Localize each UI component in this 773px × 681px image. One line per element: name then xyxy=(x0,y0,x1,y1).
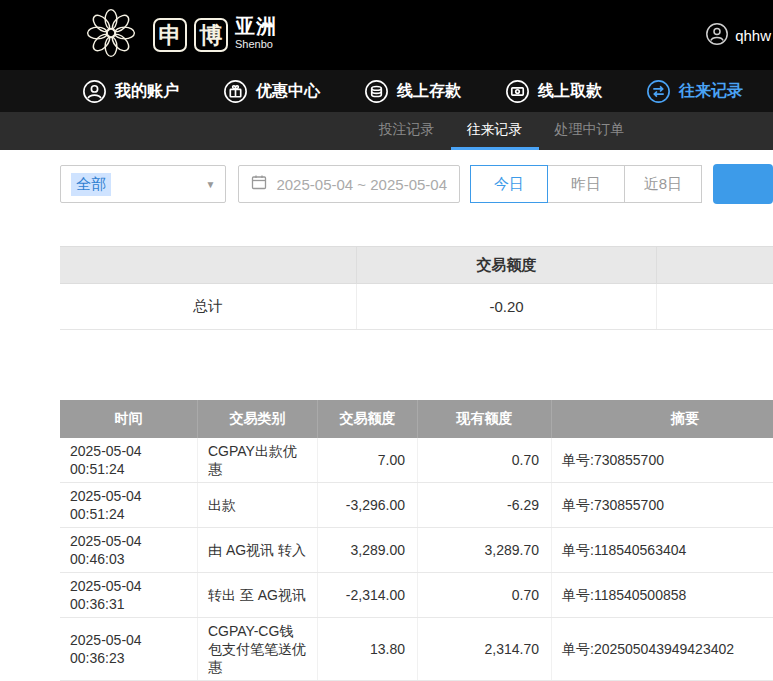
logo-char-2: 博 xyxy=(194,18,228,52)
logo-subtitle: Shenbo xyxy=(235,37,277,51)
top-header: 申 博 亚洲 Shenbo qhhw xyxy=(0,0,773,70)
brand-logo[interactable]: 申 博 亚洲 Shenbo xyxy=(84,6,277,64)
chevron-down-icon: ▼ xyxy=(206,179,216,190)
quick-date-buttons: 今日 昨日 近8日 xyxy=(470,165,702,203)
cell-time: 2025-05-04 00:36:23 xyxy=(60,618,198,680)
col-header-amount: 交易额度 xyxy=(318,400,418,438)
flower-logo-icon xyxy=(84,6,138,64)
date-range-picker[interactable]: 2025-05-04 ~ 2025-05-04 xyxy=(238,165,460,203)
search-button[interactable] xyxy=(713,164,773,204)
table-row: 2025-05-04 00:46:03 由 AG视讯 转入 3,289.00 3… xyxy=(60,528,773,573)
cell-summary: 单号:730855700 xyxy=(552,438,773,482)
transfer-arrows-icon xyxy=(646,79,671,104)
summary-table: 交易额度 总计 -0.20 xyxy=(60,246,773,330)
nav-item-online-deposit[interactable]: 线上存款 xyxy=(364,79,461,104)
user-avatar-icon xyxy=(705,22,729,49)
account-icon xyxy=(82,79,107,104)
cell-type: CGPAY-CG钱包支付笔笔送优惠 xyxy=(198,618,318,680)
tab-processing-orders[interactable]: 处理中订单 xyxy=(539,112,641,150)
deposit-coins-icon xyxy=(364,79,389,104)
logo-suffix: 亚洲 Shenbo xyxy=(235,15,277,55)
nav-item-transaction-records[interactable]: 往来记录 xyxy=(646,79,743,104)
yesterday-button[interactable]: 昨日 xyxy=(547,165,625,203)
cell-balance: 2,314.70 xyxy=(418,618,552,680)
username: qhhw xyxy=(735,27,771,44)
cell-type: 出款 xyxy=(198,483,318,527)
summary-spacer-cell xyxy=(657,284,773,329)
filter-row: 全部 ▼ 2025-05-04 ~ 2025-05-04 今日 昨日 近8日 xyxy=(60,164,773,204)
summary-header-amount: 交易额度 xyxy=(357,247,657,283)
nav-item-my-account[interactable]: 我的账户 xyxy=(82,79,179,104)
date-range-value: 2025-05-04 ~ 2025-05-04 xyxy=(276,176,447,193)
user-account[interactable]: qhhw xyxy=(705,0,771,70)
withdraw-banknote-icon xyxy=(505,79,530,104)
records-table-header: 时间 交易类别 交易额度 现有额度 摘要 xyxy=(60,400,773,438)
nav-item-label: 线上存款 xyxy=(397,81,461,102)
summary-total-label: 总计 xyxy=(60,284,357,329)
cell-balance: -6.29 xyxy=(418,483,552,527)
tab-transaction-records[interactable]: 往来记录 xyxy=(451,112,539,150)
col-header-summary: 摘要 xyxy=(552,400,773,438)
cell-amount: 3,289.00 xyxy=(318,528,418,572)
nav-item-label: 优惠中心 xyxy=(256,81,320,102)
cell-summary: 单号:118540500858 xyxy=(552,573,773,617)
cell-type: CGPAY出款优惠 xyxy=(198,438,318,482)
col-header-time: 时间 xyxy=(60,400,198,438)
cell-balance: 3,289.70 xyxy=(418,528,552,572)
summary-table-header: 交易额度 xyxy=(60,246,773,284)
logo-suffix-zh: 亚洲 xyxy=(235,15,277,37)
type-dropdown[interactable]: 全部 ▼ xyxy=(60,165,226,203)
cell-summary: 单号:202505043949423402 xyxy=(552,618,773,680)
cell-type: 由 AG视讯 转入 xyxy=(198,528,318,572)
type-dropdown-value: 全部 xyxy=(71,173,111,196)
tab-betting-records[interactable]: 投注记录 xyxy=(363,112,451,150)
cell-summary: 单号:118540563404 xyxy=(552,528,773,572)
calendar-icon xyxy=(251,174,267,194)
nav-item-online-withdraw[interactable]: 线上取款 xyxy=(505,79,602,104)
cell-amount: -2,314.00 xyxy=(318,573,418,617)
cell-type: 转出 至 AG视讯 xyxy=(198,573,318,617)
summary-total-value: -0.20 xyxy=(357,284,657,329)
cell-amount: 13.80 xyxy=(318,618,418,680)
table-row: 2025-05-04 00:51:24 出款 -3,296.00 -6.29 单… xyxy=(60,483,773,528)
logo-char-1: 申 xyxy=(153,18,187,52)
cell-time: 2025-05-04 00:36:31 xyxy=(60,573,198,617)
nav-item-label: 我的账户 xyxy=(115,81,179,102)
table-row: 2025-05-04 00:36:23 CGPAY-CG钱包支付笔笔送优惠 13… xyxy=(60,618,773,681)
col-header-type: 交易类别 xyxy=(198,400,318,438)
records-table: 时间 交易类别 交易额度 现有额度 摘要 2025-05-04 00:51:24… xyxy=(60,400,773,681)
nav-item-promo-center[interactable]: 优惠中心 xyxy=(223,79,320,104)
table-row: 2025-05-04 00:36:31 转出 至 AG视讯 -2,314.00 … xyxy=(60,573,773,618)
cell-time: 2025-05-04 00:46:03 xyxy=(60,528,198,572)
cell-time: 2025-05-04 00:51:24 xyxy=(60,483,198,527)
gift-icon xyxy=(223,79,248,104)
col-header-balance: 现有额度 xyxy=(418,400,552,438)
summary-header-spacer xyxy=(60,247,357,283)
cell-amount: 7.00 xyxy=(318,438,418,482)
table-row: 2025-05-04 00:51:24 CGPAY出款优惠 7.00 0.70 … xyxy=(60,438,773,483)
cell-summary: 单号:730855700 xyxy=(552,483,773,527)
cell-time: 2025-05-04 00:51:24 xyxy=(60,438,198,482)
cell-balance: 0.70 xyxy=(418,438,552,482)
main-nav: 我的账户 优惠中心 线上存款 xyxy=(0,70,773,112)
summary-header-spacer xyxy=(657,247,773,283)
today-button[interactable]: 今日 xyxy=(470,165,548,203)
sub-nav: 投注记录 往来记录 处理中订单 xyxy=(0,112,773,150)
nav-item-label: 往来记录 xyxy=(679,81,743,102)
last-8-days-button[interactable]: 近8日 xyxy=(624,165,702,203)
cell-amount: -3,296.00 xyxy=(318,483,418,527)
summary-total-row: 总计 -0.20 xyxy=(60,284,773,330)
cell-balance: 0.70 xyxy=(418,573,552,617)
nav-item-label: 线上取款 xyxy=(538,81,602,102)
